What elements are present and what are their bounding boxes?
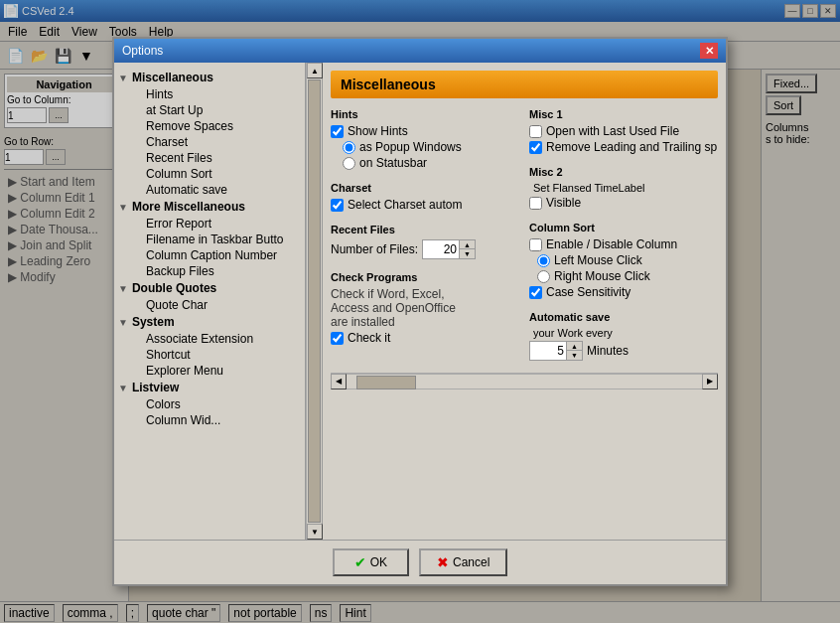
- visible-label: Visible: [546, 196, 581, 210]
- hints-section: Hints Show Hints as Popup Windows: [331, 108, 519, 170]
- statusbar-radio[interactable]: [343, 157, 355, 170]
- show-hints-checkbox[interactable]: [331, 125, 344, 138]
- auto-save-input[interactable]: [530, 343, 566, 359]
- content-panel: Miscellaneous Hints Show Hints: [323, 63, 726, 540]
- case-sensitivity-label: Case Sensitivity: [546, 285, 630, 299]
- tree-recent-files[interactable]: Recent Files: [118, 150, 301, 166]
- misc1-label: Misc 1: [529, 108, 718, 120]
- modal-close-button[interactable]: ✕: [700, 43, 718, 59]
- left-mouse-label: Left Mouse Click: [554, 253, 642, 267]
- scroll-down-btn[interactable]: ▼: [307, 524, 323, 540]
- hscroll-track[interactable]: [347, 374, 702, 389]
- scroll-up-btn[interactable]: ▲: [307, 63, 323, 78]
- tree-auto-save[interactable]: Automatic save: [118, 182, 301, 198]
- tree-remove-spaces[interactable]: Remove Spaces: [118, 118, 301, 134]
- cancel-label: Cancel: [453, 555, 490, 569]
- show-hints-label: Show Hints: [348, 124, 408, 138]
- right-col: Misc 1 Open with Last Used File Remove L…: [529, 108, 718, 373]
- right-mouse-radio[interactable]: [537, 270, 550, 283]
- recent-files-section: Recent Files Number of Files: ▲ ▼: [331, 224, 519, 259]
- num-files-input[interactable]: [423, 241, 459, 257]
- tree-more-misc-header[interactable]: ▼ More Miscellaneous: [118, 200, 301, 214]
- show-hints-row: Show Hints: [331, 124, 519, 138]
- tree-assoc[interactable]: Associate Extension: [118, 331, 301, 347]
- enable-disable-checkbox[interactable]: [529, 238, 542, 251]
- popup-radio[interactable]: [343, 141, 355, 154]
- charset-section: Charset Select Charset autom: [331, 182, 519, 212]
- charset-label: Charset: [331, 182, 519, 194]
- tree-backup[interactable]: Backup Files: [118, 263, 301, 279]
- tree-hints[interactable]: Hints: [118, 86, 301, 102]
- remove-leading-row: Remove Leading and Trailing sp: [529, 140, 718, 154]
- popup-row: as Popup Windows: [331, 140, 519, 154]
- open-last-row: Open with Last Used File: [529, 124, 718, 138]
- tree-misc-header[interactable]: ▼ Miscellaneous: [118, 71, 301, 84]
- auto-save-up[interactable]: ▲: [566, 342, 582, 351]
- tree-column-sort[interactable]: Column Sort: [118, 166, 301, 182]
- tree-startup[interactable]: at Start Up: [118, 102, 301, 118]
- tree-dq-header[interactable]: ▼ Double Quotes: [118, 281, 301, 295]
- tree-filename-taskbar[interactable]: Filename in Taskbar Butto: [118, 232, 301, 247]
- statusbar-row: on Statusbar: [331, 156, 519, 170]
- flansed-label: Set Flansed TimeLabel: [529, 182, 718, 194]
- ok-icon: ✔: [354, 554, 366, 570]
- tree-shortcut[interactable]: Shortcut: [118, 347, 301, 363]
- tree-explorer[interactable]: Explorer Menu: [118, 363, 301, 379]
- modal-title-bar: Options ✕: [114, 39, 726, 63]
- left-col: Hints Show Hints as Popup Windows: [331, 108, 519, 373]
- auto-save-row: ▲ ▼ Minutes: [529, 341, 718, 361]
- col-sort-section: Column Sort Enable / Disable Column Left…: [529, 222, 718, 299]
- left-mouse-radio[interactable]: [537, 254, 550, 267]
- statusbar-label: on Statusbar: [359, 156, 427, 170]
- left-mouse-row: Left Mouse Click: [529, 253, 718, 267]
- visible-checkbox[interactable]: [529, 197, 542, 210]
- tree-quote-char[interactable]: Quote Char: [118, 297, 301, 313]
- enable-disable-label: Enable / Disable Column: [546, 237, 677, 251]
- scroll-thumb[interactable]: [308, 79, 321, 523]
- tree-listview-header[interactable]: ▼ Listview: [118, 381, 301, 394]
- right-mouse-label: Right Mouse Click: [554, 269, 650, 283]
- two-col-layout: Hints Show Hints as Popup Windows: [331, 108, 718, 373]
- spinner-down[interactable]: ▼: [459, 249, 475, 258]
- tree-system-header[interactable]: ▼ System: [118, 315, 301, 329]
- remove-leading-checkbox[interactable]: [529, 141, 542, 154]
- right-mouse-row: Right Mouse Click: [529, 269, 718, 283]
- tree-colors[interactable]: Colors: [118, 396, 301, 412]
- tree-charset[interactable]: Charset: [118, 134, 301, 150]
- col-sort-label: Column Sort: [529, 222, 718, 234]
- num-files-label: Number of Files:: [331, 242, 418, 256]
- modal-overlay: Options ✕ ▼ Miscellaneous Hints at Start…: [0, 0, 840, 623]
- check-it-checkbox[interactable]: [331, 332, 344, 345]
- auto-save-label: Automatic save: [529, 311, 718, 323]
- spinner-up[interactable]: ▲: [459, 240, 475, 249]
- hscroll-thumb[interactable]: [356, 376, 416, 389]
- case-sensitivity-row: Case Sensitivity: [529, 285, 718, 299]
- visible-row: Visible: [529, 196, 718, 210]
- case-sensitivity-checkbox[interactable]: [529, 286, 542, 299]
- remove-leading-label: Remove Leading and Trailing sp: [546, 140, 717, 154]
- tree-col-caption[interactable]: Column Caption Number: [118, 247, 301, 263]
- tree-scrollbar[interactable]: ▲ ▼: [306, 63, 322, 540]
- cancel-icon: ✖: [437, 554, 449, 570]
- tree-error-report[interactable]: Error Report: [118, 216, 301, 232]
- popup-label: as Popup Windows: [359, 140, 462, 154]
- tree-more-misc-label: More Miscellaneous: [132, 200, 245, 214]
- modal-footer: ✔ OK ✖ Cancel: [114, 540, 726, 584]
- minutes-label: Minutes: [587, 344, 629, 358]
- tree-system-label: System: [132, 315, 175, 329]
- num-files-row: Number of Files: ▲ ▼: [331, 239, 519, 259]
- open-last-checkbox[interactable]: [529, 125, 542, 138]
- cancel-button[interactable]: ✖ Cancel: [419, 548, 507, 576]
- ok-button[interactable]: ✔ OK: [333, 548, 409, 576]
- modal-title-text: Options: [122, 44, 163, 58]
- auto-save-down[interactable]: ▼: [566, 351, 582, 360]
- check-it-row: Check it: [331, 331, 519, 345]
- auto-save-spinner-btns: ▲ ▼: [566, 342, 582, 360]
- select-charset-row: Select Charset autom: [331, 198, 519, 212]
- auto-save-spinner: ▲ ▼: [529, 341, 583, 361]
- tree-listview-label: Listview: [132, 381, 179, 394]
- select-charset-checkbox[interactable]: [331, 199, 344, 212]
- tree-col-width[interactable]: Column Wid...: [118, 412, 301, 428]
- hscroll-right[interactable]: ▶: [702, 374, 718, 389]
- hscroll-left[interactable]: ◀: [331, 374, 347, 389]
